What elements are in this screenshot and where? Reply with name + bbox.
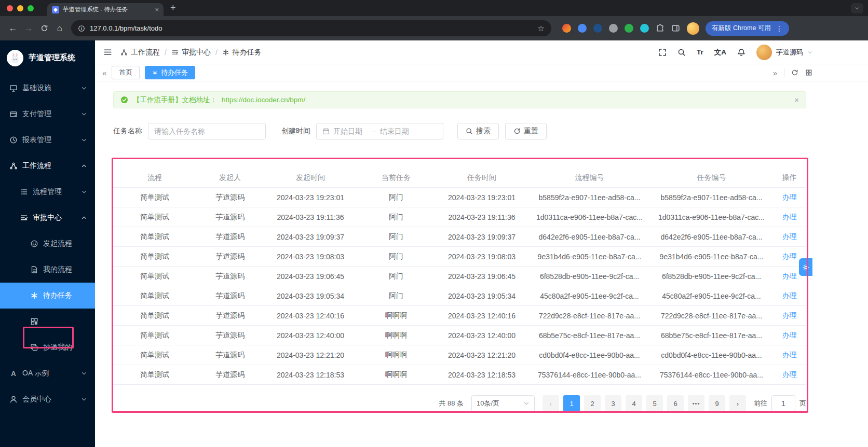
- chrome-update-button[interactable]: 有新版 Chrome 可用 ⋮: [706, 21, 789, 36]
- handle-task-link[interactable]: 办理: [782, 370, 797, 379]
- back-button[interactable]: ←: [5, 21, 21, 36]
- chrome-profile-avatar[interactable]: [687, 22, 699, 35]
- sidebar-item-start-process[interactable]: 发起流程: [0, 231, 95, 257]
- table-row: 简单测试 芋道源码 2024-03-23 12:21:20 啊啊啊 2024-0…: [113, 345, 806, 365]
- sidebar-item-my-process[interactable]: 我的流程: [0, 257, 95, 283]
- sidebar-item-process-manage[interactable]: 流程管理: [0, 179, 95, 205]
- task-name-input[interactable]: [154, 127, 260, 135]
- sidebar-item-infrastructure[interactable]: 基础设施: [0, 75, 95, 101]
- extension-gray-icon[interactable]: [609, 24, 618, 33]
- tag-todo-task[interactable]: 待办任务: [145, 66, 195, 79]
- handle-task-link[interactable]: 办理: [782, 252, 797, 260]
- bell-icon[interactable]: [737, 48, 745, 57]
- user-menu[interactable]: 芋道源码: [756, 45, 812, 60]
- layout-grid-icon[interactable]: [805, 69, 812, 76]
- fullscreen-icon[interactable]: [658, 48, 667, 57]
- page-button-9[interactable]: 9: [709, 395, 725, 412]
- tab-close-icon[interactable]: ×: [155, 6, 159, 13]
- page-button-6[interactable]: 6: [667, 395, 684, 412]
- start-date-input[interactable]: [333, 127, 369, 135]
- page-size-select[interactable]: 10条/页: [471, 395, 535, 412]
- handle-task-link[interactable]: 办理: [782, 213, 797, 221]
- reset-button[interactable]: 重置: [505, 123, 547, 139]
- font-size-icon[interactable]: Tr: [697, 48, 703, 56]
- sidebar-item-payment[interactable]: 支付管理: [0, 101, 95, 127]
- search-icon: [466, 128, 473, 135]
- pagination-more-button[interactable]: •••: [688, 395, 704, 412]
- handle-task-link[interactable]: 办理: [782, 331, 797, 339]
- sidebar-item-cc-me[interactable]: 抄送我的: [0, 334, 95, 360]
- tab-search-chevron-icon[interactable]: [851, 3, 863, 13]
- site-info-icon[interactable]: [78, 25, 85, 32]
- locale-icon[interactable]: 文A: [714, 48, 726, 57]
- handle-task-link[interactable]: 办理: [782, 193, 797, 201]
- cell-task-time: 2024-03-23 19:09:37: [435, 233, 528, 241]
- sidebar-item-approval-center[interactable]: 审批中心: [0, 205, 95, 231]
- cell-initiator: 芋道源码: [196, 213, 264, 222]
- forward-button[interactable]: →: [21, 21, 36, 36]
- side-panel-icon[interactable]: [671, 24, 680, 33]
- cell-start-time: 2024-03-23 12:18:53: [264, 371, 357, 379]
- extension-dark-blue-icon[interactable]: [593, 24, 602, 33]
- sidebar-item-todo-task[interactable]: 待办任务: [0, 283, 95, 309]
- chevron-down-icon: [81, 111, 87, 117]
- home-button[interactable]: ⌂: [52, 21, 67, 36]
- sidebar-item-report[interactable]: 报表管理: [0, 127, 95, 153]
- bookmark-star-icon[interactable]: ☆: [538, 24, 545, 33]
- alert-close-icon[interactable]: ×: [794, 95, 799, 104]
- cell-process-id: 68b5e75c-e8cf-11ee-817e-aa...: [528, 331, 650, 340]
- breadcrumb-item-approval-center[interactable]: 审批中心: [171, 48, 211, 57]
- window-minimize-button[interactable]: [17, 5, 23, 11]
- extension-teal-icon[interactable]: [640, 24, 649, 33]
- page-button-5[interactable]: 5: [646, 395, 663, 412]
- new-tab-button[interactable]: +: [170, 3, 176, 13]
- next-page-button[interactable]: ›: [729, 395, 746, 412]
- extension-green-icon[interactable]: [625, 24, 633, 33]
- url-text: 127.0.0.1/bpm/task/todo: [90, 24, 533, 32]
- chevron-down-icon: [81, 396, 87, 402]
- goto-label: 前往: [754, 399, 767, 408]
- goto-page-input[interactable]: [774, 399, 793, 408]
- window-close-button[interactable]: [7, 5, 13, 11]
- page-button-1[interactable]: 1: [563, 395, 580, 412]
- breadcrumb-item-workflow[interactable]: 工作流程: [120, 48, 160, 57]
- doc-link[interactable]: https://doc.iocoder.cn/bpm/: [222, 96, 305, 104]
- app-logo[interactable]: 芋道管理系统: [0, 40, 95, 75]
- page-button-2[interactable]: 2: [584, 395, 601, 412]
- tags-scroll-right-icon[interactable]: »: [773, 68, 777, 77]
- page-button-3[interactable]: 3: [605, 395, 621, 412]
- search-icon[interactable]: [677, 48, 686, 57]
- sidebar-item-done-task[interactable]: [0, 309, 95, 334]
- chrome-menu-kebab-icon[interactable]: ⋮: [776, 24, 783, 33]
- date-range-picker[interactable]: –: [316, 123, 443, 139]
- app-root: 芋道管理系统 基础设施 支付管理 报表管理: [0, 40, 868, 447]
- extensions-puzzle-icon[interactable]: [656, 24, 664, 33]
- extension-red-icon[interactable]: [562, 24, 571, 33]
- cell-start-time: 2024-03-23 19:09:37: [264, 233, 357, 241]
- success-check-icon: [120, 96, 128, 104]
- search-button[interactable]: 搜索: [457, 123, 499, 139]
- address-bar[interactable]: 127.0.0.1/bpm/task/todo ☆: [71, 20, 551, 36]
- cell-initiator: 芋道源码: [196, 193, 264, 202]
- sidebar-item-member-center[interactable]: 会员中心: [0, 386, 95, 412]
- end-date-input[interactable]: [380, 127, 415, 135]
- reload-button[interactable]: [36, 21, 52, 36]
- tab-strip: 芋道管理系统 - 待办任务 × +: [0, 0, 868, 16]
- tags-scroll-left-icon[interactable]: «: [102, 68, 106, 77]
- sidebar-item-workflow[interactable]: 工作流程: [0, 153, 95, 179]
- prev-page-button[interactable]: ‹: [542, 395, 559, 412]
- sidebar-item-oa-example[interactable]: A OA 示例: [0, 360, 95, 386]
- collapse-menu-icon[interactable]: [103, 48, 112, 57]
- handle-task-link[interactable]: 办理: [782, 232, 797, 241]
- handle-task-link[interactable]: 办理: [782, 291, 797, 300]
- page-button-4[interactable]: 4: [626, 395, 642, 412]
- handle-task-link[interactable]: 办理: [782, 272, 797, 280]
- browser-tab[interactable]: 芋道管理系统 - 待办任务 ×: [47, 3, 164, 16]
- window-zoom-button[interactable]: [28, 5, 34, 11]
- handle-task-link[interactable]: 办理: [782, 351, 797, 359]
- theme-settings-button[interactable]: [799, 258, 812, 276]
- extension-blue-shield-icon[interactable]: [578, 24, 587, 33]
- refresh-icon[interactable]: [791, 69, 798, 76]
- tag-home[interactable]: 首页: [112, 66, 140, 79]
- handle-task-link[interactable]: 办理: [782, 311, 797, 319]
